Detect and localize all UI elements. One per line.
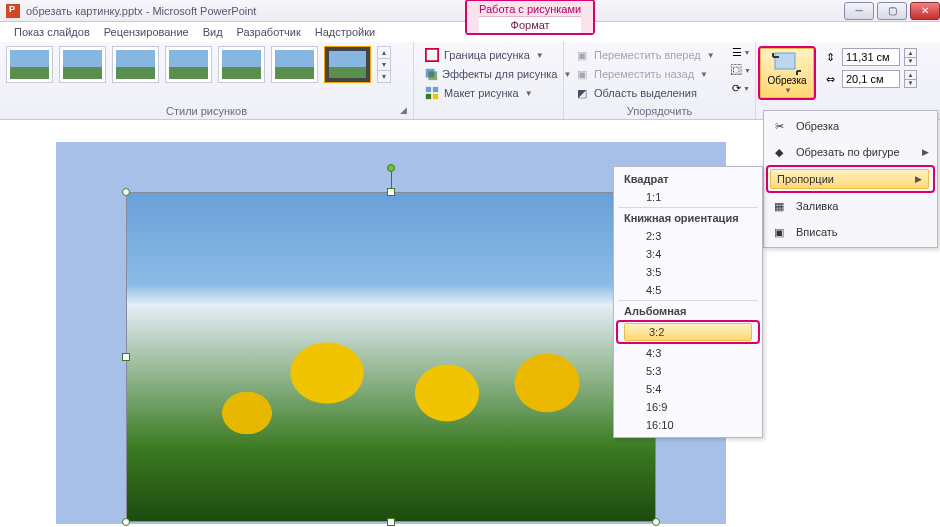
bring-forward-icon: ▣ [574,47,590,63]
svg-rect-4 [433,87,438,92]
border-icon [424,47,440,63]
picture-border-button[interactable]: Граница рисунка▼ [420,46,557,64]
tab-format[interactable]: Формат [479,16,581,33]
resize-handle[interactable] [122,518,130,526]
style-thumb[interactable] [6,46,53,83]
resize-handle[interactable] [122,353,130,361]
svg-rect-0 [426,49,438,61]
picture-layout-button[interactable]: Макет рисунка▼ [420,84,557,102]
doc-name: обрезать картинку.pptx [26,5,143,17]
style-thumb[interactable] [218,46,265,83]
group-icon[interactable]: ⿴▼ [733,62,749,78]
width-input[interactable] [842,70,900,88]
menu-fit[interactable]: ▣ Вписать [766,219,935,245]
bring-forward-button[interactable]: ▣ Переместить вперед▼ [570,46,749,64]
style-thumb[interactable] [112,46,159,83]
svg-rect-2 [428,71,437,80]
tab-addins[interactable]: Надстройки [315,26,375,38]
resize-handle[interactable] [652,518,660,526]
effects-icon [424,66,438,82]
send-backward-button[interactable]: ▣ Переместить назад▼ [570,65,749,83]
menu-fill[interactable]: ▦ Заливка [766,193,935,219]
tab-slideshow[interactable]: Показ слайдов [14,26,90,38]
height-input[interactable] [842,48,900,66]
aspect-3-2[interactable]: 3:2 [616,320,760,344]
title-bar: обрезать картинку.pptx - Microsoft Power… [0,0,940,22]
style-thumb[interactable] [165,46,212,83]
powerpoint-icon [6,4,20,18]
aspect-heading-portrait: Книжная ориентация [616,209,760,227]
svg-rect-5 [426,94,431,99]
tab-view[interactable]: Вид [203,26,223,38]
contextual-title: Работа с рисунками [479,3,581,15]
fill-icon: ▦ [770,197,788,215]
selection-icon: ◩ [574,85,590,101]
selection-pane-button[interactable]: ◩ Область выделения [570,84,749,102]
fit-icon: ▣ [770,223,788,241]
contextual-tab-group: Работа с рисунками Формат [465,0,595,35]
resize-handle[interactable] [387,518,395,526]
ribbon: ▴▾▾ Стили рисунков ◢ Граница рисунка▼ Эф… [0,42,940,120]
aspect-heading-square: Квадрат [616,170,760,188]
tab-developer[interactable]: Разработчик [237,26,301,38]
aspect-ratio-submenu: Квадрат 1:1 Книжная ориентация 2:3 3:4 3… [613,166,763,438]
close-button[interactable]: ✕ [910,2,940,20]
height-control[interactable]: ⇕ ▲▼ [822,48,917,66]
aspect-16-9[interactable]: 16:9 [616,398,760,416]
window-controls: ─ ▢ ✕ [841,2,940,20]
resize-handle[interactable] [122,188,130,196]
crop-icon [771,51,803,75]
app-name: Microsoft PowerPoint [152,5,256,17]
width-control[interactable]: ⇔ ▲▼ [822,70,917,88]
group-size: Обрезка ▼ ⇕ ▲▼ ⇔ ▲▼ [756,42,923,119]
picture-effects-button[interactable]: Эффекты для рисунка▼ [420,65,557,83]
crop-dropdown-menu: ✂ Обрезка ◆ Обрезать по фигуре ▶ Пропорц… [763,110,938,248]
style-thumb-selected[interactable] [324,46,371,83]
svg-rect-3 [426,87,431,92]
gallery-scroll[interactable]: ▴▾▾ [377,46,391,83]
shape-icon: ◆ [770,143,788,161]
window-title: обрезать картинку.pptx - Microsoft Power… [0,4,256,18]
dialog-launcher-icon[interactable]: ◢ [397,104,409,116]
height-icon: ⇕ [822,49,838,65]
height-spinner[interactable]: ▲▼ [904,48,917,66]
group-label: Упорядочить [570,105,749,117]
style-thumb[interactable] [59,46,106,83]
aspect-1-1[interactable]: 1:1 [616,188,760,206]
rotate-handle[interactable] [387,164,395,172]
crop-split-button[interactable]: Обрезка ▼ [758,46,816,100]
aspect-16-10[interactable]: 16:10 [616,416,760,434]
aspect-3-5[interactable]: 3:5 [616,263,760,281]
menu-crop-to-shape[interactable]: ◆ Обрезать по фигуре ▶ [766,139,935,165]
resize-handle[interactable] [387,188,395,196]
tab-review[interactable]: Рецензирование [104,26,189,38]
crop-icon: ✂ [770,117,788,135]
group-picture-format: Граница рисунка▼ Эффекты для рисунка▼ Ма… [414,42,564,119]
minimize-button[interactable]: ─ [844,2,874,20]
picture-styles-gallery[interactable]: ▴▾▾ [6,46,407,83]
align-icon[interactable]: ☰▼ [733,44,749,60]
menu-crop[interactable]: ✂ Обрезка [766,113,935,139]
group-arrange: ▣ Переместить вперед▼ ▣ Переместить наза… [564,42,756,119]
svg-rect-7 [775,53,795,69]
style-thumb[interactable] [271,46,318,83]
width-icon: ⇔ [822,71,838,87]
picture-selection[interactable] [126,192,656,522]
aspect-4-3[interactable]: 4:3 [616,344,760,362]
width-spinner[interactable]: ▲▼ [904,70,917,88]
aspect-4-5[interactable]: 4:5 [616,281,760,299]
aspect-5-4[interactable]: 5:4 [616,380,760,398]
rotate-icon[interactable]: ⟳▼ [733,80,749,96]
picture-daffodils[interactable] [126,192,656,522]
group-picture-styles: ▴▾▾ Стили рисунков ◢ [0,42,414,119]
group-label: Стили рисунков [6,105,407,117]
svg-rect-6 [433,94,438,99]
aspect-5-3[interactable]: 5:3 [616,362,760,380]
maximize-button[interactable]: ▢ [877,2,907,20]
aspect-3-4[interactable]: 3:4 [616,245,760,263]
aspect-2-3[interactable]: 2:3 [616,227,760,245]
submenu-arrow-icon: ▶ [915,174,922,184]
menu-aspect-ratio[interactable]: Пропорции ▶ [766,165,935,193]
aspect-heading-landscape: Альбомная [616,302,760,320]
send-backward-icon: ▣ [574,66,590,82]
